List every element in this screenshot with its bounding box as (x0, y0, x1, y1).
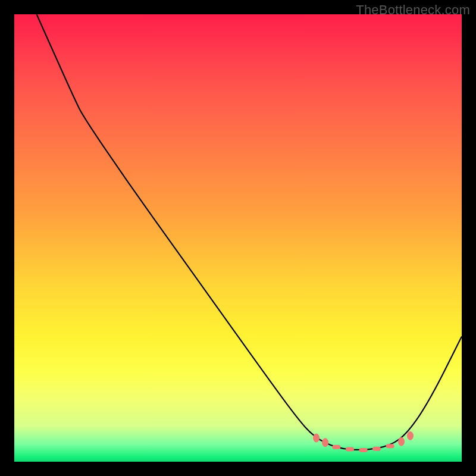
highlight-dash (386, 444, 394, 448)
highlight-dash (359, 448, 368, 452)
highlight-dash (372, 447, 381, 451)
plot-area (14, 14, 462, 462)
chart-frame: TheBottleneck.com (0, 0, 476, 476)
watermark-text: TheBottleneck.com (356, 2, 470, 18)
highlight-dot (399, 437, 405, 446)
highlight-dash (346, 447, 354, 451)
highlight-dot (314, 434, 320, 442)
highlight-dot (408, 431, 414, 440)
highlight-markers (314, 431, 414, 452)
highlight-dot (322, 439, 328, 447)
bottleneck-curve (14, 14, 462, 462)
curve-path (37, 14, 462, 450)
highlight-dash (332, 445, 340, 449)
